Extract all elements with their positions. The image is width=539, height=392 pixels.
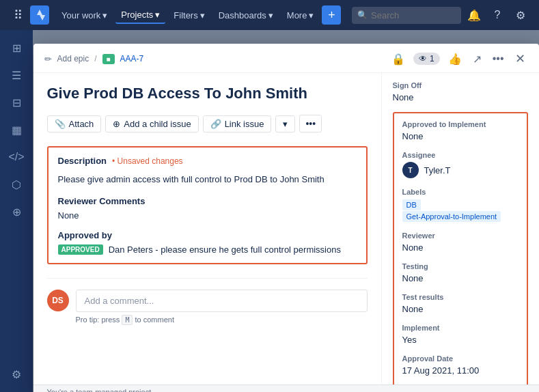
- sign-off-field: Sign Off None: [393, 81, 528, 102]
- sidebar-item-code[interactable]: </>: [4, 145, 29, 169]
- reviewer-label: Reviewer: [402, 232, 519, 240]
- testing-field: Testing None: [402, 262, 519, 283]
- keyboard-shortcut: M: [122, 315, 133, 325]
- approved-by-label: Approved by: [58, 230, 357, 240]
- assignee-name: Tyler.T: [424, 165, 451, 176]
- implement-field: Implement Yes: [402, 324, 519, 345]
- approval-date-value: 17 Aug 2021, 11:00: [402, 365, 519, 376]
- sidebar-item-settings[interactable]: ⚙: [4, 362, 29, 387]
- reports-icon: ⊟: [12, 96, 21, 109]
- watch-button[interactable]: 👁 1: [413, 53, 440, 65]
- create-button[interactable]: +: [322, 5, 341, 25]
- commenter-avatar: DS: [47, 290, 69, 311]
- test-results-value: None: [402, 304, 519, 314]
- sidebar-item-releases[interactable]: ⬡: [4, 172, 29, 197]
- testing-value: None: [402, 273, 519, 283]
- sidebar-item-add[interactable]: ⊕: [4, 199, 29, 224]
- label-approval[interactable]: Get-Approval-to-Implement: [402, 211, 501, 222]
- labels-container: DB Get-Approval-to-Implement: [402, 199, 519, 222]
- sidebar-item-reports[interactable]: ⊟: [4, 90, 29, 115]
- more-actions-button[interactable]: •••: [299, 115, 322, 132]
- sign-off-label: Sign Off: [393, 81, 528, 89]
- test-results-label: Test results: [402, 293, 519, 301]
- labels-label: Labels: [402, 188, 519, 196]
- child-icon: ⊕: [113, 119, 120, 129]
- assignee-label: Assignee: [402, 151, 519, 159]
- settings-icon[interactable]: ⚙: [510, 5, 531, 25]
- reviewer-value: None: [402, 242, 519, 253]
- reviewer-comments-label: Reviewer Comments: [58, 196, 357, 206]
- help-icon[interactable]: ?: [487, 5, 508, 25]
- modal-body: Give Prod DB Access To John Smith 📎 Atta…: [33, 73, 539, 384]
- add-icon: ⊕: [12, 206, 21, 219]
- add-child-issue-button[interactable]: ⊕ Add a child issue: [105, 115, 198, 132]
- like-icon[interactable]: 👍: [445, 50, 465, 68]
- testing-label: Testing: [402, 262, 519, 270]
- implement-label: Implement: [402, 324, 519, 332]
- approval-date-label: Approval Date: [402, 354, 519, 363]
- label-db[interactable]: DB: [402, 199, 421, 210]
- sidebar-item-pages[interactable]: ▦: [4, 117, 29, 142]
- lock-icon[interactable]: 🔒: [389, 50, 408, 68]
- description-header: Description • Unsaved changes: [58, 156, 357, 166]
- approved-by-row: APPROVED Dan Peters - please ensure he g…: [58, 244, 357, 255]
- description-text[interactable]: Please give admin access with full contr…: [58, 173, 357, 186]
- footer-hint: You're a team-managed project: [33, 384, 539, 392]
- grid-menu-icon[interactable]: ⠿: [8, 5, 27, 25]
- search-input[interactable]: [352, 7, 461, 24]
- add-epic-breadcrumb[interactable]: Add epic: [57, 54, 89, 64]
- link-issue-button[interactable]: 🔗 Link issue: [203, 115, 272, 132]
- action-dropdown-button[interactable]: ▾: [275, 115, 295, 132]
- chevron-down-icon: ▾: [309, 10, 314, 20]
- chevron-down-icon: ▾: [268, 10, 273, 20]
- jira-logo: [30, 5, 49, 25]
- main-content: ✏ Add epic / ■ AAA-7 🔒 👁 1 👍 ↗ ••• ✕: [33, 30, 539, 392]
- dashboards-nav[interactable]: Dashboards ▾: [213, 8, 279, 23]
- more-icon[interactable]: •••: [490, 50, 507, 68]
- breadcrumb-separator: /: [94, 54, 96, 64]
- app-layout: ⊞ ☰ ⊟ ▦ </> ⬡ ⊕ ⚙ ✏: [0, 30, 539, 392]
- reviewer-field: Reviewer None: [402, 232, 519, 253]
- comment-area: DS Add a comment...: [47, 278, 368, 312]
- close-icon[interactable]: ✕: [512, 48, 528, 69]
- filters-nav[interactable]: Filters ▾: [168, 8, 210, 23]
- implement-value: Yes: [402, 335, 519, 345]
- issue-title: Give Prod DB Access To John Smith: [47, 84, 368, 104]
- test-results-field: Test results None: [402, 293, 519, 314]
- code-icon: </>: [8, 151, 24, 163]
- chevron-down-icon: ▾: [155, 10, 160, 20]
- assignee-row[interactable]: T Tyler.T: [402, 162, 519, 178]
- sign-off-value: None: [393, 92, 528, 102]
- approved-to-implement-value: None: [402, 131, 519, 141]
- gear-icon: ⚙: [12, 368, 21, 381]
- action-bar: 📎 Attach ⊕ Add a child issue 🔗 Link issu…: [47, 115, 368, 132]
- modal-overlay: ✏ Add epic / ■ AAA-7 🔒 👁 1 👍 ↗ ••• ✕: [33, 30, 539, 392]
- labels-field: Labels DB Get-Approval-to-Implement: [402, 188, 519, 222]
- pro-tip: Pro tip: press M to comment: [76, 316, 368, 324]
- issue-modal: ✏ Add epic / ■ AAA-7 🔒 👁 1 👍 ↗ ••• ✕: [33, 44, 539, 392]
- comment-input[interactable]: Add a comment...: [76, 290, 368, 312]
- notifications-icon[interactable]: 🔔: [464, 5, 484, 25]
- approved-text: Dan Peters - please ensure he gets full …: [109, 244, 341, 255]
- your-work-nav[interactable]: Your work ▾: [56, 8, 113, 23]
- issue-id-breadcrumb[interactable]: AAA-7: [120, 54, 144, 64]
- projects-nav[interactable]: Projects ▾: [115, 7, 165, 24]
- top-navigation: ⠿ Your work ▾ Projects ▾ Filters ▾ Dashb…: [0, 0, 539, 30]
- attach-button[interactable]: 📎 Attach: [47, 115, 102, 132]
- chevron-down-icon: ▾: [200, 10, 205, 20]
- more-nav[interactable]: More ▾: [281, 8, 320, 23]
- modal-topbar: ✏ Add epic / ■ AAA-7 🔒 👁 1 👍 ↗ ••• ✕: [33, 44, 539, 73]
- sidebar-item-board[interactable]: ⊞: [4, 36, 29, 60]
- pages-icon: ▦: [12, 124, 22, 137]
- modal-left-panel: Give Prod DB Access To John Smith 📎 Atta…: [33, 73, 382, 384]
- releases-icon: ⬡: [12, 178, 21, 191]
- search-container: 🔍: [352, 7, 461, 24]
- approved-to-implement-label: Approved to Implement: [402, 120, 519, 128]
- reviewer-comments-value: None: [58, 210, 357, 221]
- description-label: Description: [58, 156, 107, 166]
- share-icon[interactable]: ↗: [470, 50, 484, 68]
- approved-tag: APPROVED: [58, 244, 103, 255]
- sidebar-item-backlog[interactable]: ☰: [4, 63, 29, 87]
- description-box: Description • Unsaved changes Please giv…: [47, 146, 368, 264]
- chevron-down-icon: ▾: [102, 10, 107, 20]
